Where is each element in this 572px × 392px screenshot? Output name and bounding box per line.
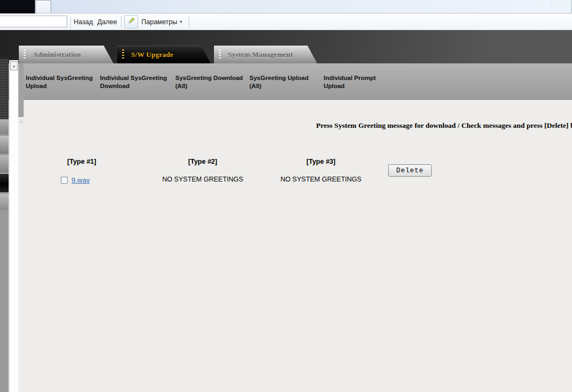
list-item bbox=[0, 155, 9, 172]
tab-grip-icon bbox=[219, 49, 221, 60]
type2-header: [Type #2] bbox=[188, 158, 217, 165]
list-item bbox=[0, 174, 9, 192]
list-item bbox=[0, 120, 9, 134]
tab-grip-icon bbox=[24, 49, 26, 60]
striped-texture bbox=[0, 59, 9, 119]
back-button[interactable]: Назад bbox=[72, 14, 95, 30]
resize-cross-icon bbox=[19, 119, 24, 124]
greeting-file-link[interactable]: 9.wav bbox=[72, 176, 90, 184]
tab-administration[interactable]: Administration bbox=[19, 46, 113, 63]
tab-label: S/W Upgrade bbox=[131, 50, 174, 59]
tab-sw-upgrade[interactable]: S/W Upgrade bbox=[117, 46, 211, 63]
type3-empty-text: NO SYSTEM GREETINGS bbox=[281, 176, 362, 183]
dark-window-fragment bbox=[0, 0, 35, 13]
toolbar-separator bbox=[121, 16, 121, 28]
divider bbox=[552, 0, 552, 13]
menu-item-individual-prompt-upload[interactable]: Individual Prompt Upload bbox=[324, 74, 382, 90]
type1-header: [Type #1] bbox=[67, 158, 96, 165]
menu-item-sysgreeting-upload-all[interactable]: SysGreeting Upload (All) bbox=[249, 74, 313, 90]
content-frame: Press System Greeting message for downlo… bbox=[18, 100, 572, 392]
scroll-up-button[interactable]: ▲ bbox=[10, 61, 18, 70]
browser-tab-stub[interactable] bbox=[35, 0, 51, 13]
menu-item-individual-sysgreeting-upload[interactable]: Individual SysGreeting Upload bbox=[26, 74, 95, 90]
tab-grip-icon bbox=[122, 49, 124, 60]
submenu-bar: Individual SysGreeting Upload Individual… bbox=[0, 63, 572, 100]
list-item bbox=[0, 194, 9, 210]
edit-tool-button[interactable] bbox=[124, 15, 138, 28]
type2-empty-text: NO SYSTEM GREETINGS bbox=[162, 176, 244, 183]
type3-header: [Type #3] bbox=[306, 158, 335, 165]
frame-scrollbar-thumb[interactable] bbox=[18, 63, 24, 117]
tab-band: Administration S/W Upgrade System Manage… bbox=[0, 30, 572, 63]
greeting-checkbox[interactable] bbox=[61, 177, 68, 184]
toolbar-separator bbox=[70, 16, 71, 28]
address-input[interactable] bbox=[0, 16, 67, 27]
delete-button[interactable]: Delete bbox=[388, 164, 432, 177]
chevron-down-icon[interactable]: ▼ bbox=[179, 14, 183, 30]
pencil-icon bbox=[127, 17, 135, 27]
application-window: Назад Далее Параметры ▼ Administration S… bbox=[0, 0, 572, 392]
tab-label: System Management bbox=[228, 50, 293, 59]
menu-item-sysgreeting-download-all[interactable]: SysGreeting Download (All) bbox=[175, 74, 246, 90]
frame-scrollbar-track[interactable] bbox=[9, 60, 18, 392]
tab-system-management[interactable]: System Management bbox=[214, 46, 317, 63]
tab-label: Administration bbox=[33, 50, 81, 59]
window-title-strip bbox=[0, 0, 572, 13]
background-window-sliver bbox=[0, 59, 9, 392]
instruction-text: Press System Greeting message for downlo… bbox=[316, 121, 572, 130]
browser-toolbar: Назад Далее Параметры ▼ bbox=[0, 14, 572, 30]
options-button[interactable]: Параметры bbox=[139, 14, 180, 30]
list-item bbox=[0, 136, 9, 154]
forward-button[interactable]: Далее bbox=[95, 14, 119, 30]
menu-item-individual-sysgreeting-download[interactable]: Individual SysGreeting Download bbox=[100, 74, 169, 90]
toolbar-separator bbox=[189, 16, 189, 28]
